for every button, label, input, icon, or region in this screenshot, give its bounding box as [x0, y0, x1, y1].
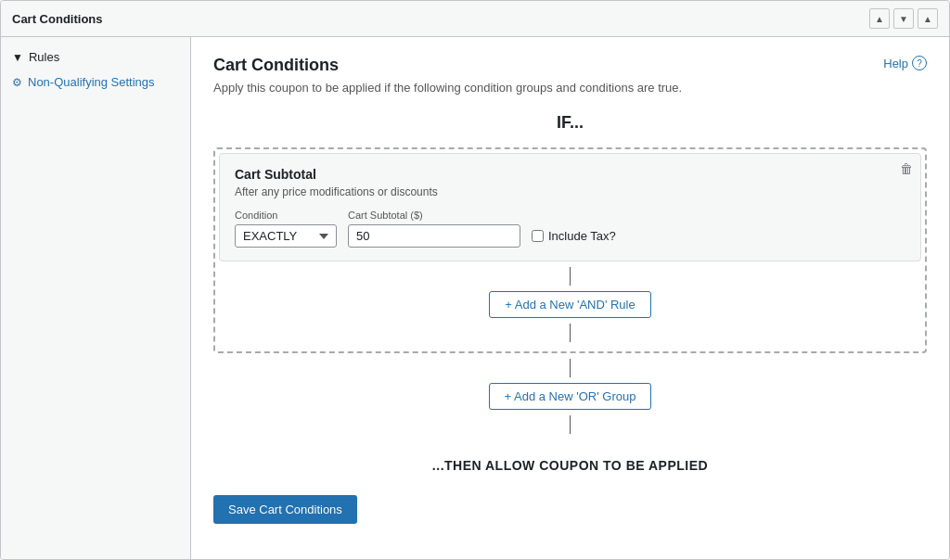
subtitle-text: Apply this coupon to be applied if the f… [213, 81, 927, 95]
help-icon: ? [912, 56, 927, 70]
app-window: Cart Conditions ▲ ▼ ▲ ▼ Rules ⚙ Non-Qual… [0, 0, 950, 560]
sidebar-item-non-qualifying-label: Non-Qualifying Settings [28, 75, 155, 89]
tax-checkbox[interactable] [532, 230, 544, 242]
gear-icon: ⚙ [12, 76, 22, 89]
tax-label: Include Tax? [548, 229, 616, 243]
and-connector-line-bar [570, 267, 571, 286]
sidebar: ▼ Rules ⚙ Non-Qualifying Settings [1, 37, 191, 559]
collapse-btn[interactable]: ▲ [918, 8, 938, 29]
and-connector-bottom-bar [570, 324, 571, 342]
titlebar: Cart Conditions ▲ ▼ ▲ [1, 1, 949, 37]
main-panel: Cart Conditions Help ? Apply this coupon… [191, 37, 949, 559]
subtotal-label: Cart Subtotal ($) [348, 210, 520, 221]
if-label: IF... [213, 113, 927, 133]
help-label: Help [883, 57, 908, 70]
subtotal-field-group: Cart Subtotal ($) [348, 210, 520, 248]
or-connector-top-line [213, 353, 927, 383]
window-controls: ▲ ▼ ▲ [869, 8, 938, 29]
and-connector-line [219, 261, 921, 291]
condition-label: Condition [235, 210, 337, 221]
condition-box: 🗑 Cart Subtotal After any price modifica… [219, 153, 921, 261]
sidebar-item-rules-label: Rules [29, 50, 59, 64]
and-connector-bottom-line [219, 318, 921, 348]
sidebar-item-non-qualifying[interactable]: ⚙ Non-Qualifying Settings [1, 70, 190, 95]
tax-checkbox-group: Include Tax? [532, 229, 616, 243]
scroll-down-btn[interactable]: ▼ [893, 8, 914, 29]
main-content: Cart Conditions Help ? Apply this coupon… [191, 37, 949, 546]
then-label: ...THEN ALLOW COUPON TO BE APPLIED [213, 458, 927, 473]
delete-condition-button[interactable]: 🗑 [900, 161, 913, 176]
condition-fields: Condition EXACTLY AT LEAST LESS THAN Car… [235, 210, 905, 248]
condition-field-group: Condition EXACTLY AT LEAST LESS THAN [235, 210, 337, 248]
save-cart-conditions-button[interactable]: Save Cart Conditions [213, 495, 357, 524]
or-connector-bottom-bar [570, 415, 571, 434]
content-area: ▼ Rules ⚙ Non-Qualifying Settings Cart C… [1, 37, 949, 559]
scroll-up-btn[interactable]: ▲ [869, 8, 890, 29]
condition-select[interactable]: EXACTLY AT LEAST LESS THAN [235, 224, 337, 248]
main-header: Cart Conditions Help ? [213, 56, 927, 75]
or-connector-top-bar [570, 359, 571, 377]
page-title: Cart Conditions [213, 56, 339, 75]
add-and-rule-button[interactable]: + Add a New 'AND' Rule [489, 291, 650, 318]
add-or-group-button[interactable]: + Add a New 'OR' Group [489, 383, 652, 410]
window-title: Cart Conditions [12, 12, 103, 26]
or-connector-bottom-line [213, 410, 927, 439]
condition-title: Cart Subtotal [235, 167, 905, 182]
sidebar-item-rules[interactable]: ▼ Rules [1, 45, 190, 70]
condition-group-wrapper: 🗑 🗑 Cart Subtotal After any price modifi… [213, 147, 927, 353]
condition-description: After any price modifications or discoun… [235, 185, 905, 198]
help-link[interactable]: Help ? [883, 56, 927, 70]
subtotal-input[interactable] [348, 224, 520, 248]
filter-icon: ▼ [12, 51, 23, 64]
